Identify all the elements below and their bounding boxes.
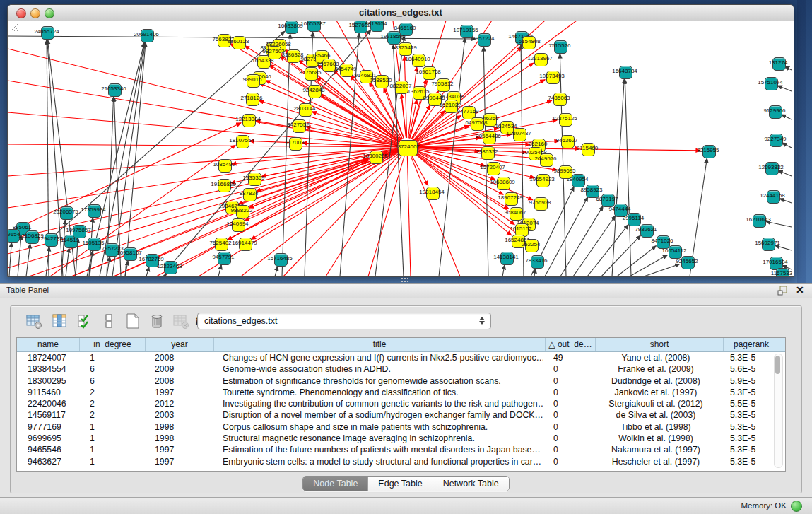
- graph-node-9227349[interactable]: [770, 134, 783, 147]
- graph-node-1840954[interactable]: [572, 174, 585, 187]
- graph-node-989016[interactable]: [247, 74, 260, 88]
- graph-node-16033809[interactable]: [285, 21, 298, 34]
- float-panel-icon[interactable]: [777, 286, 788, 296]
- graph-node-2986322[interactable]: [481, 146, 495, 160]
- graph-node-19318454[interactable]: [426, 187, 440, 200]
- graph-node-16524851[interactable]: [512, 235, 525, 248]
- column-header-0[interactable]: name: [17, 338, 80, 351]
- table-row[interactable]: 1872400712008Changes of HCN gene express…: [17, 352, 785, 363]
- graph-node-16914479[interactable]: [239, 238, 252, 251]
- graph-node-6879197[interactable]: [601, 194, 615, 207]
- graph-node-18907249[interactable]: [505, 192, 518, 206]
- row-height-icon[interactable]: [100, 312, 118, 330]
- graph-node-8186328[interactable]: [287, 49, 300, 63]
- graph-node-10654112[interactable]: [669, 245, 682, 259]
- window-resize-grip-icon[interactable]: [8, 21, 19, 32]
- graph-node-2803144[interactable]: [299, 103, 312, 117]
- memory-status-indicator[interactable]: [791, 501, 802, 512]
- graph-node-131274[interactable]: [772, 57, 786, 71]
- column-header-6[interactable]: pagerank: [724, 338, 779, 351]
- graph-node-3084067[interactable]: [510, 207, 523, 221]
- graph-node-9756928[interactable]: [534, 197, 548, 211]
- graph-node-9898222[interactable]: [236, 205, 249, 218]
- graph-node-12375125[interactable]: [559, 113, 572, 127]
- graph-node-15716485[interactable]: [274, 253, 288, 267]
- graph-node-8215955[interactable]: [702, 145, 716, 158]
- table-row[interactable]: 911546021997Tourette syndrome. Phenomeno…: [17, 387, 785, 398]
- graph-node-8427552[interactable]: [293, 119, 306, 133]
- graph-node-9899695[interactable]: [559, 165, 572, 179]
- graph-node-17957223[interactable]: [105, 243, 119, 257]
- table-vertical-scrollbar[interactable]: [774, 354, 783, 468]
- graph-node-17359934[interactable]: [88, 204, 101, 218]
- graph-node-16648784[interactable]: [619, 66, 632, 79]
- table-settings-icon[interactable]: [25, 312, 43, 330]
- graph-node-20691406[interactable]: [141, 29, 154, 42]
- graph-node-8454749[interactable]: [340, 64, 353, 77]
- graph-node-7955812[interactable]: [437, 78, 450, 92]
- graph-node-15692971[interactable]: [762, 238, 775, 251]
- graph-node-8471026[interactable]: [657, 235, 670, 249]
- graph-node-1640994[interactable]: [232, 218, 245, 232]
- graph-node-8813054[interactable]: [370, 21, 384, 32]
- delete-table-icon[interactable]: [148, 312, 166, 330]
- graph-node-18724007[interactable]: [399, 140, 418, 156]
- table-row[interactable]: 946554611997Estimation of the future num…: [17, 444, 785, 455]
- graph-node-18640910[interactable]: [412, 54, 425, 67]
- graph-node-1085490[interactable]: [218, 159, 232, 173]
- network-graph-canvas[interactable]: 1872400724055724206914061603380910655287…: [8, 21, 792, 276]
- graph-node-19654923[interactable]: [536, 174, 550, 187]
- network-view-window[interactable]: citations_edges.txt 18724007240557242069…: [7, 4, 794, 277]
- graph-node-10655287[interactable]: [307, 21, 321, 32]
- tab-edge-table[interactable]: Edge Table: [368, 477, 433, 491]
- graph-node-9860128[interactable]: [233, 36, 246, 49]
- graph-node-7833416[interactable]: [531, 255, 544, 269]
- column-header-5[interactable]: short: [596, 338, 724, 351]
- graph-node-20564486[interactable]: [483, 131, 496, 144]
- tab-node-table[interactable]: Node Table: [303, 477, 368, 491]
- graph-node-7932621[interactable]: [640, 224, 654, 238]
- panel-splitter-handle[interactable]: [401, 277, 410, 282]
- table-row[interactable]: 946362711997Embryonic stem cells: a mode…: [17, 456, 785, 467]
- graph-node-2649576[interactable]: [540, 153, 553, 167]
- graph-node-8990448[interactable]: [428, 93, 442, 106]
- graph-node-7625402[interactable]: [215, 238, 228, 251]
- graph-node-9146821[interactable]: [360, 70, 373, 83]
- column-header-2[interactable]: year: [146, 338, 214, 351]
- graph-node-2995114[interactable]: [628, 213, 641, 226]
- graph-node-14138141[interactable]: [500, 252, 514, 265]
- create-table-icon[interactable]: [124, 312, 142, 330]
- graph-node-1935359[interactable]: [248, 173, 261, 186]
- table-row[interactable]: 1830029562008Estimation of significance …: [17, 375, 785, 387]
- node-table-header[interactable]: namein_degreeyeartitle△ out_de…shortpage…: [17, 338, 785, 352]
- graph-node-8822037[interactable]: [395, 81, 408, 94]
- graph-node-18107554[interactable]: [236, 135, 249, 148]
- graph-node-12444158[interactable]: [767, 190, 780, 204]
- graph-node-9474444[interactable]: [614, 204, 628, 217]
- graph-node-7857224[interactable]: [478, 33, 491, 47]
- graph-node-24055724[interactable]: [41, 26, 54, 40]
- graph-node-7663822[interactable]: [218, 34, 231, 47]
- graph-node-1167533[interactable]: [776, 268, 789, 277]
- select-rows-icon[interactable]: [76, 312, 94, 330]
- network-window-titlebar[interactable]: citations_edges.txt: [8, 5, 794, 21]
- graph-node-887834[interactable]: [243, 188, 257, 201]
- graph-node-1505135[interactable]: [88, 238, 101, 251]
- graph-node-21053346[interactable]: [108, 83, 122, 97]
- graph-node-6497568[interactable]: [471, 117, 484, 131]
- graph-node-12942737[interactable]: [45, 233, 58, 247]
- graph-node-10975857[interactable]: [73, 225, 86, 238]
- node-table-body[interactable]: 1872400712008Changes of HCN gene express…: [17, 352, 785, 467]
- graph-node-12323468[interactable]: [164, 261, 177, 274]
- graph-node-1588520[interactable]: [375, 75, 389, 88]
- table-row[interactable]: 2242004622012Investigating the contribut…: [17, 398, 785, 409]
- graph-node-19166829[interactable]: [218, 179, 231, 192]
- graph-node-8958923[interactable]: [586, 185, 599, 198]
- column-header-4[interactable]: △ out_de…: [546, 338, 596, 351]
- graph-node-9457791[interactable]: [218, 252, 231, 265]
- graph-node-10973493[interactable]: [546, 71, 560, 84]
- table-row[interactable]: 977716911998Corpus callosum shape and si…: [17, 421, 785, 433]
- graph-node-12213967[interactable]: [534, 53, 548, 66]
- table-scrollbar-thumb[interactable]: [775, 356, 780, 374]
- graph-node-20206575[interactable]: [60, 206, 73, 220]
